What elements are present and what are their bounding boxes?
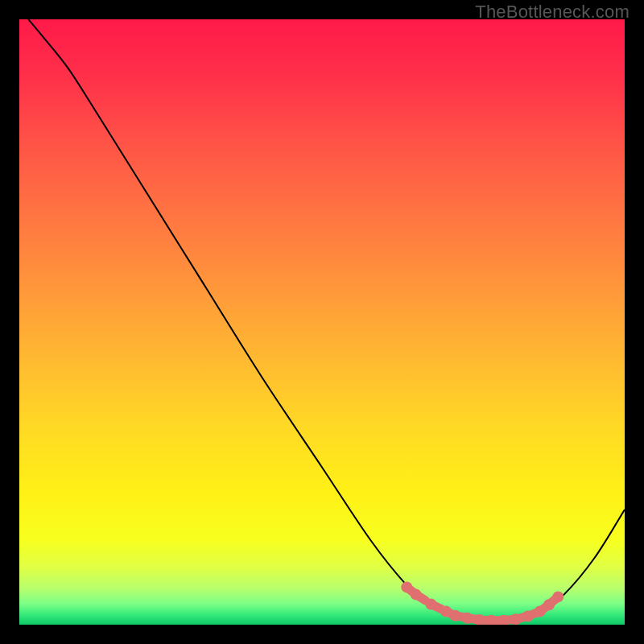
curve-marker	[411, 588, 422, 600]
curve-marker	[552, 591, 564, 602]
curve-marker	[510, 613, 522, 625]
curve-marker	[449, 610, 460, 621]
curve-marker	[461, 613, 473, 624]
curve-marker	[425, 598, 436, 609]
chart-frame: TheBottleneck.com	[0, 0, 644, 644]
curve-marker	[543, 599, 555, 610]
curve-marker	[522, 610, 534, 621]
gradient-background	[19, 19, 625, 625]
chart-svg	[19, 19, 625, 625]
curve-marker	[535, 605, 546, 617]
curve-marker	[401, 581, 412, 592]
plot-area	[19, 19, 625, 625]
